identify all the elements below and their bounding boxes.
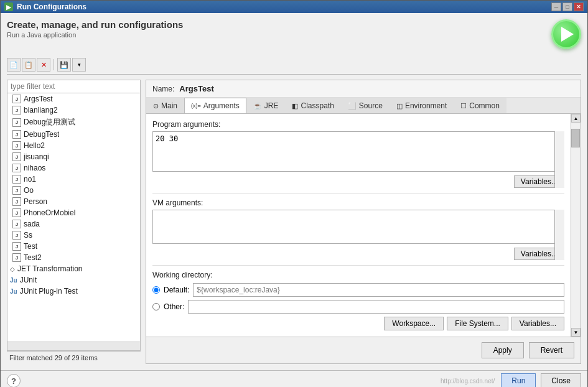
scroll-down-arrow[interactable]: ▼	[571, 328, 581, 337]
tab-arguments[interactable]: (x)= Arguments	[184, 98, 246, 113]
list-item[interactable]: J Person	[7, 196, 140, 207]
scroll-up-arrow[interactable]: ▲	[571, 114, 581, 123]
tab-arguments-label: Arguments	[203, 101, 240, 110]
tab-main[interactable]: ⊙ Main	[146, 98, 184, 113]
java-icon: J	[12, 253, 21, 262]
item-label: nihaos	[24, 164, 45, 172]
save-config-button[interactable]: 💾	[57, 58, 71, 72]
common-icon: ☐	[460, 102, 467, 110]
horizontal-scrollbar[interactable]	[7, 342, 140, 350]
delete-config-button[interactable]: ✕	[37, 58, 50, 72]
tab-jre[interactable]: ☕ JRE	[246, 98, 286, 113]
list-item[interactable]: J jisuanqi	[7, 151, 140, 162]
other-path-field[interactable]	[188, 300, 564, 314]
item-label: Debug使用测试	[24, 117, 75, 128]
window: ▶ Run Configurations ─ □ ✕ Create, manag…	[0, 0, 588, 387]
scrollbar-thumb[interactable]	[571, 129, 580, 147]
tree-section-junit[interactable]: Ju JUnit	[7, 274, 140, 286]
program-args-textarea[interactable]: 20 30	[152, 131, 564, 172]
filter-count-label: Filter matched 29 of 29 items	[9, 354, 98, 361]
tab-common[interactable]: ☐ Common	[454, 98, 506, 113]
new-config-button[interactable]: 📄	[7, 58, 21, 72]
play-triangle	[561, 27, 574, 42]
minimize-button[interactable]: ─	[551, 2, 561, 11]
main-panel: J ArgsTest J bianliang2 J Debug使用测试 J	[7, 80, 581, 364]
tab-source[interactable]: ⬜ Source	[341, 98, 390, 113]
list-item[interactable]: J Debug使用测试	[7, 116, 140, 129]
apply-button[interactable]: Apply	[482, 342, 524, 358]
junit-icon: Ju	[10, 277, 17, 284]
tab-classpath[interactable]: ◧ Classpath	[285, 98, 340, 113]
maximize-button[interactable]: □	[562, 2, 572, 11]
list-item[interactable]: J ArgsTest	[7, 93, 140, 105]
item-label: Person	[24, 197, 47, 206]
content-area: Create, manage, and run configurations R…	[1, 13, 587, 370]
java-icon: J	[12, 95, 21, 103]
list-item[interactable]: J Test2	[7, 252, 140, 263]
list-item[interactable]: J Oo	[7, 185, 140, 196]
item-label: Ss	[24, 231, 32, 240]
list-item[interactable]: J Ss	[7, 230, 140, 241]
help-button[interactable]: ?	[7, 374, 21, 387]
title-bar: ▶ Run Configurations ─ □ ✕	[1, 1, 587, 13]
item-label: ArgsTest	[24, 95, 53, 103]
vm-args-wrapper: Variables...	[152, 210, 564, 260]
toolbar-separator	[54, 59, 54, 70]
list-item[interactable]: J PhoneOrMobiel	[7, 207, 140, 218]
right-content: Program arguments: 20 30 Variables... VM…	[146, 114, 571, 337]
right-scrollbar[interactable]: ▲ ▼	[571, 114, 581, 337]
revert-button[interactable]: Revert	[529, 342, 574, 358]
name-value: ArgsTest	[179, 84, 213, 93]
tree-section-jet[interactable]: ◇ JET Transformation	[7, 263, 140, 274]
default-path-field[interactable]	[193, 283, 564, 297]
run-button[interactable]: Run	[501, 373, 536, 387]
vm-args-scrollbar[interactable]	[554, 210, 564, 260]
vm-args-textarea[interactable]	[152, 210, 564, 244]
list-item[interactable]: J nihaos	[7, 162, 140, 174]
toolbar: 📄 📋 ✕ 💾 ▾	[7, 55, 581, 75]
program-args-scrollbar[interactable]	[554, 131, 564, 188]
section-icon: ◇	[10, 266, 15, 273]
dir-variables-button[interactable]: Variables...	[511, 317, 564, 330]
list-item[interactable]: J Hello2	[7, 140, 140, 151]
item-label: sada	[24, 220, 40, 228]
name-label: Name:	[152, 85, 174, 93]
java-icon: J	[12, 208, 21, 217]
list-item[interactable]: J Test	[7, 241, 140, 252]
tree-list: J ArgsTest J bianliang2 J Debug使用测试 J	[7, 93, 140, 342]
list-item[interactable]: J DebugTest	[7, 129, 140, 140]
default-radio[interactable]	[152, 286, 160, 294]
scrollbar-track	[571, 123, 581, 328]
junit-plugin-icon: Ju	[10, 288, 17, 295]
item-label: Test	[24, 242, 37, 251]
section-label: JUnit Plug-in Test	[20, 287, 78, 296]
program-args-label: Program arguments:	[152, 120, 564, 129]
filter-input[interactable]	[7, 80, 140, 93]
close-button[interactable]: Close	[541, 373, 581, 387]
left-panel-container: J ArgsTest J bianliang2 J Debug使用测试 J	[7, 80, 141, 364]
arguments-icon: (x)=	[191, 103, 201, 109]
more-options-button[interactable]: ▾	[72, 58, 86, 72]
workspace-button[interactable]: Workspace...	[384, 317, 444, 330]
tab-environment[interactable]: ◫ Environment	[390, 98, 454, 113]
watermark: http://blog.csdn.net/	[441, 378, 495, 385]
main-icon: ⊙	[153, 102, 159, 110]
close-window-button[interactable]: ✕	[574, 2, 584, 11]
section-label: JET Transformation	[17, 264, 82, 273]
java-icon: J	[12, 175, 21, 184]
dir-buttons: Workspace... File System... Variables...	[152, 317, 564, 330]
source-icon: ⬜	[348, 102, 357, 110]
list-item[interactable]: J no1	[7, 174, 140, 185]
classpath-icon: ◧	[292, 102, 298, 110]
other-radio[interactable]	[152, 303, 160, 310]
list-item[interactable]: J sada	[7, 218, 140, 230]
duplicate-config-button[interactable]: 📋	[22, 58, 35, 72]
list-item[interactable]: J bianliang2	[7, 105, 140, 116]
java-icon: J	[12, 231, 21, 240]
tree-section-junit-plugin[interactable]: Ju JUnit Plug-in Test	[7, 286, 140, 297]
item-label: jisuanqi	[24, 152, 49, 161]
filesystem-button[interactable]: File System...	[447, 317, 508, 330]
bottom-bar: Apply Revert	[146, 337, 581, 363]
item-label: Test2	[24, 253, 42, 262]
other-radio-label: Other:	[164, 302, 184, 311]
